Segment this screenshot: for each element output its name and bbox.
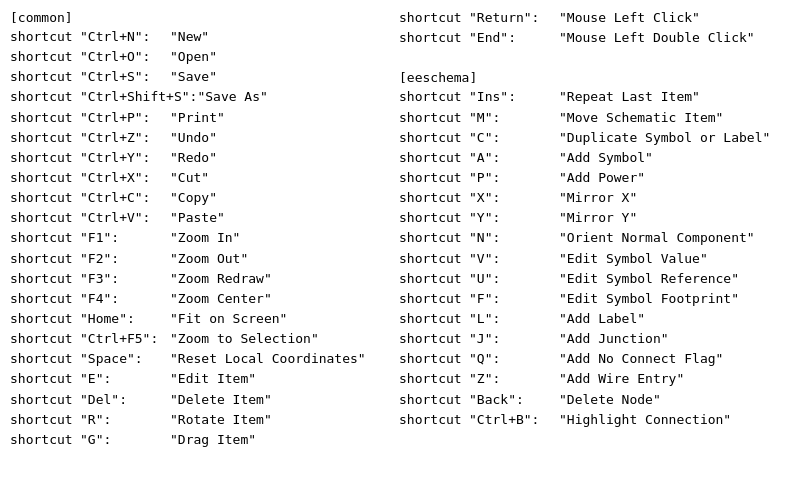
list-item: shortcut"F1":"Zoom In" [10, 228, 389, 248]
shortcut-keyword: shortcut [399, 168, 469, 188]
list-item: shortcut"Return":"Mouse Left Click" [399, 8, 778, 28]
list-item: shortcut"A":"Add Symbol" [399, 148, 778, 168]
shortcut-key: "Y": [469, 208, 559, 228]
shortcut-key: "V": [469, 249, 559, 269]
shortcut-description: "Mirror X" [559, 188, 637, 208]
list-item: shortcut"Q":"Add No Connect Flag" [399, 349, 778, 369]
shortcut-key: "Home": [80, 309, 170, 329]
shortcut-key: "R": [80, 410, 170, 430]
shortcut-description: "Duplicate Symbol or Label" [559, 128, 770, 148]
shortcut-key: "P": [469, 168, 559, 188]
right-shortcuts-list: shortcut"Ins":"Repeat Last Item"shortcut… [399, 87, 778, 429]
shortcut-key: "N": [469, 228, 559, 248]
list-item: shortcut"X":"Mirror X" [399, 188, 778, 208]
shortcut-key: "L": [469, 309, 559, 329]
shortcut-description: "Fit on Screen" [170, 309, 287, 329]
shortcut-keyword: shortcut [10, 410, 80, 430]
list-item: shortcut"F2":"Zoom Out" [10, 249, 389, 269]
shortcut-keyword: shortcut [10, 47, 80, 67]
shortcut-key: "Ctrl+B": [469, 410, 559, 430]
shortcut-key: "Ins": [469, 87, 559, 107]
shortcut-keyword: shortcut [399, 108, 469, 128]
list-item: shortcut"G":"Drag Item" [10, 430, 389, 450]
eeschema-section-header: [eeschema] [399, 70, 778, 85]
shortcut-key: "Back": [469, 390, 559, 410]
shortcut-keyword: shortcut [399, 289, 469, 309]
shortcut-key: "Ctrl+O": [80, 47, 170, 67]
shortcut-description: "Zoom Out" [170, 249, 248, 269]
shortcut-description: "Redo" [170, 148, 217, 168]
shortcut-description: "Copy" [170, 188, 217, 208]
shortcut-description: "Add Junction" [559, 329, 669, 349]
shortcut-description: "Add No Connect Flag" [559, 349, 723, 369]
list-item: shortcut"M":"Move Schematic Item" [399, 108, 778, 128]
shortcut-key: "Ctrl+N": [80, 27, 170, 47]
shortcut-key: "Ctrl+Shift+S": [80, 87, 197, 107]
shortcut-description: "Mirror Y" [559, 208, 637, 228]
shortcut-description: "Edit Symbol Footprint" [559, 289, 739, 309]
list-item: shortcut"Ctrl+F5":"Zoom to Selection" [10, 329, 389, 349]
shortcut-key: "X": [469, 188, 559, 208]
list-item: shortcut"Ctrl+N":"New" [10, 27, 389, 47]
shortcut-keyword: shortcut [10, 228, 80, 248]
shortcut-key: "Z": [469, 369, 559, 389]
shortcut-description: "Mouse Left Double Click" [559, 28, 755, 48]
shortcut-key: "M": [469, 108, 559, 128]
shortcut-keyword: shortcut [399, 349, 469, 369]
shortcut-description: "Drag Item" [170, 430, 256, 450]
list-item: shortcut"F3":"Zoom Redraw" [10, 269, 389, 289]
shortcut-keyword: shortcut [399, 128, 469, 148]
shortcut-keyword: shortcut [399, 87, 469, 107]
main-content: [common] shortcut"Ctrl+N":"New"shortcut"… [10, 8, 788, 450]
shortcut-keyword: shortcut [10, 148, 80, 168]
shortcut-description: "Move Schematic Item" [559, 108, 723, 128]
shortcut-keyword: shortcut [399, 249, 469, 269]
shortcut-keyword: shortcut [10, 67, 80, 87]
list-item: shortcut"Back":"Delete Node" [399, 390, 778, 410]
shortcut-description: "Reset Local Coordinates" [170, 349, 366, 369]
shortcut-keyword: shortcut [399, 208, 469, 228]
list-item: shortcut"Ctrl+B":"Highlight Connection" [399, 410, 778, 430]
shortcut-description: "Save" [170, 67, 217, 87]
list-item: shortcut"N":"Orient Normal Component" [399, 228, 778, 248]
list-item: shortcut"Ctrl+P":"Print" [10, 108, 389, 128]
shortcut-key: "J": [469, 329, 559, 349]
left-column: [common] shortcut"Ctrl+N":"New"shortcut"… [10, 8, 399, 450]
shortcut-keyword: shortcut [399, 28, 469, 48]
list-item: shortcut"Ctrl+Shift+S":"Save As" [10, 87, 389, 107]
shortcut-key: "F": [469, 289, 559, 309]
shortcut-description: "Add Symbol" [559, 148, 653, 168]
list-item: shortcut"Ctrl+S":"Save" [10, 67, 389, 87]
list-item: shortcut"End":"Mouse Left Double Click" [399, 28, 778, 48]
shortcut-description: "Edit Symbol Value" [559, 249, 708, 269]
shortcut-key: "Ctrl+X": [80, 168, 170, 188]
shortcut-key: "F2": [80, 249, 170, 269]
shortcut-description: "Zoom Redraw" [170, 269, 272, 289]
list-item: shortcut"Ctrl+Z":"Undo" [10, 128, 389, 148]
shortcut-description: "Highlight Connection" [559, 410, 731, 430]
shortcut-description: "Add Power" [559, 168, 645, 188]
shortcut-keyword: shortcut [10, 289, 80, 309]
shortcut-key: "C": [469, 128, 559, 148]
shortcut-keyword: shortcut [10, 208, 80, 228]
shortcut-keyword: shortcut [10, 349, 80, 369]
shortcut-key: "Ctrl+S": [80, 67, 170, 87]
list-item: shortcut"V":"Edit Symbol Value" [399, 249, 778, 269]
list-item: shortcut"Y":"Mirror Y" [399, 208, 778, 228]
list-item: shortcut"Ctrl+X":"Cut" [10, 168, 389, 188]
shortcut-keyword: shortcut [10, 329, 80, 349]
list-item: shortcut"F4":"Zoom Center" [10, 289, 389, 309]
list-item: shortcut"E":"Edit Item" [10, 369, 389, 389]
shortcut-keyword: shortcut [10, 188, 80, 208]
shortcut-description: "Save As" [197, 87, 267, 107]
shortcut-description: "Cut" [170, 168, 209, 188]
shortcut-key: "Return": [469, 8, 559, 28]
shortcut-keyword: shortcut [10, 27, 80, 47]
shortcut-key: "Ctrl+F5": [80, 329, 170, 349]
shortcut-key: "Del": [80, 390, 170, 410]
shortcut-keyword: shortcut [10, 430, 80, 450]
shortcut-keyword: shortcut [10, 390, 80, 410]
shortcut-key: "Ctrl+C": [80, 188, 170, 208]
shortcut-description: "Orient Normal Component" [559, 228, 755, 248]
list-item: shortcut"P":"Add Power" [399, 168, 778, 188]
